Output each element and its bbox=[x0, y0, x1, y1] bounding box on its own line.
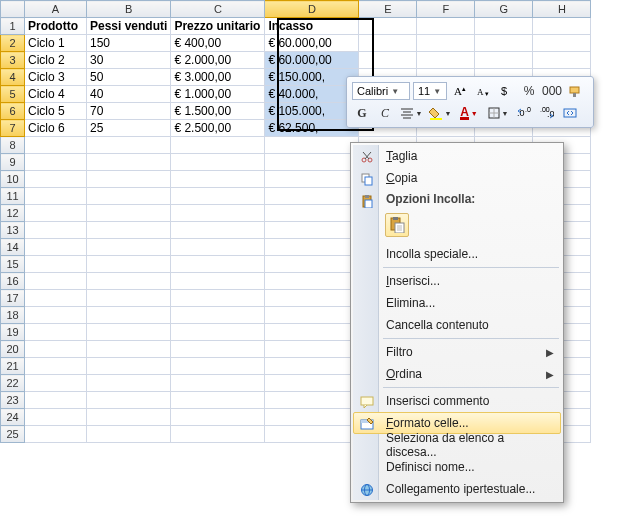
row-header[interactable]: 18 bbox=[1, 307, 25, 324]
increase-decimal-button[interactable]: .0.00 bbox=[514, 103, 534, 123]
cell-D8[interactable] bbox=[265, 137, 359, 154]
row-header[interactable]: 12 bbox=[1, 205, 25, 222]
col-header-E[interactable]: E bbox=[359, 1, 417, 18]
cell-B21[interactable] bbox=[87, 358, 171, 375]
cell-D5[interactable]: € 40.000, bbox=[265, 86, 359, 103]
cell-B5[interactable]: 40 bbox=[87, 86, 171, 103]
cell-C19[interactable] bbox=[171, 324, 265, 341]
cell-C4[interactable]: € 3.000,00 bbox=[171, 69, 265, 86]
cell-B17[interactable] bbox=[87, 290, 171, 307]
cell-B6[interactable]: 70 bbox=[87, 103, 171, 120]
cell-B2[interactable]: 150 bbox=[87, 35, 171, 52]
cell-D4[interactable]: € 150.000, bbox=[265, 69, 359, 86]
cell-B23[interactable] bbox=[87, 392, 171, 409]
cell-C7[interactable]: € 2.500,00 bbox=[171, 120, 265, 137]
cell-A16[interactable] bbox=[25, 273, 87, 290]
cell-C15[interactable] bbox=[171, 256, 265, 273]
cell-B10[interactable] bbox=[87, 171, 171, 188]
cell-D21[interactable] bbox=[265, 358, 359, 375]
font-color-button[interactable]: A▼ bbox=[456, 103, 482, 123]
cell-D10[interactable] bbox=[265, 171, 359, 188]
cell-A11[interactable] bbox=[25, 188, 87, 205]
cell-C18[interactable] bbox=[171, 307, 265, 324]
select-all-corner[interactable] bbox=[1, 1, 25, 18]
cell-A13[interactable] bbox=[25, 222, 87, 239]
ctx-cut[interactable]: Taglia bbox=[353, 145, 561, 167]
ctx-filter[interactable]: Filtro ▶ bbox=[353, 341, 561, 363]
cell-A10[interactable] bbox=[25, 171, 87, 188]
row-header[interactable]: 19 bbox=[1, 324, 25, 341]
col-header-C[interactable]: C bbox=[171, 1, 265, 18]
cell-A22[interactable] bbox=[25, 375, 87, 392]
cell-B22[interactable] bbox=[87, 375, 171, 392]
cell-H3[interactable] bbox=[533, 52, 591, 69]
cell-C24[interactable] bbox=[171, 409, 265, 426]
shrink-font-button[interactable]: A▾ bbox=[473, 81, 493, 101]
col-header-G[interactable]: G bbox=[475, 1, 533, 18]
cell-G1[interactable] bbox=[475, 18, 533, 35]
row-header[interactable]: 6 bbox=[1, 103, 25, 120]
cell-D19[interactable] bbox=[265, 324, 359, 341]
row-header[interactable]: 24 bbox=[1, 409, 25, 426]
ctx-hyperlink[interactable]: Collegamento ipertestuale... bbox=[353, 478, 561, 500]
cell-B9[interactable] bbox=[87, 154, 171, 171]
cell-A23[interactable] bbox=[25, 392, 87, 409]
cell-G3[interactable] bbox=[475, 52, 533, 69]
row-header[interactable]: 16 bbox=[1, 273, 25, 290]
font-size-select[interactable]: 11▼ bbox=[413, 82, 447, 100]
cell-H1[interactable] bbox=[533, 18, 591, 35]
align-center-button[interactable]: ▼ bbox=[398, 103, 424, 123]
row-header[interactable]: 20 bbox=[1, 341, 25, 358]
cell-D16[interactable] bbox=[265, 273, 359, 290]
cell-B12[interactable] bbox=[87, 205, 171, 222]
row-header[interactable]: 4 bbox=[1, 69, 25, 86]
row-header[interactable]: 14 bbox=[1, 239, 25, 256]
cell-D1[interactable]: Incasso bbox=[265, 18, 359, 35]
cell-A24[interactable] bbox=[25, 409, 87, 426]
cell-D3[interactable]: € 60.000,00 bbox=[265, 52, 359, 69]
ctx-sort[interactable]: Ordina ▶ bbox=[353, 363, 561, 385]
cell-A15[interactable] bbox=[25, 256, 87, 273]
cell-A3[interactable]: Ciclo 2 bbox=[25, 52, 87, 69]
ctx-pick-from-list[interactable]: Seleziona da elenco a discesa... bbox=[353, 434, 561, 456]
row-header[interactable]: 10 bbox=[1, 171, 25, 188]
cell-D22[interactable] bbox=[265, 375, 359, 392]
paste-default-button[interactable] bbox=[385, 213, 409, 237]
cell-B4[interactable]: 50 bbox=[87, 69, 171, 86]
row-header[interactable]: 9 bbox=[1, 154, 25, 171]
cell-D14[interactable] bbox=[265, 239, 359, 256]
cell-C14[interactable] bbox=[171, 239, 265, 256]
col-header-F[interactable]: F bbox=[417, 1, 475, 18]
row-header[interactable]: 5 bbox=[1, 86, 25, 103]
cell-E1[interactable] bbox=[359, 18, 417, 35]
cell-D20[interactable] bbox=[265, 341, 359, 358]
cell-C23[interactable] bbox=[171, 392, 265, 409]
grow-font-button[interactable]: A▴ bbox=[450, 81, 470, 101]
cell-D25[interactable] bbox=[265, 426, 359, 443]
cell-F1[interactable] bbox=[417, 18, 475, 35]
cell-C6[interactable]: € 1.500,00 bbox=[171, 103, 265, 120]
row-header[interactable]: 7 bbox=[1, 120, 25, 137]
cell-A2[interactable]: Ciclo 1 bbox=[25, 35, 87, 52]
cell-A20[interactable] bbox=[25, 341, 87, 358]
cell-D11[interactable] bbox=[265, 188, 359, 205]
ctx-insert-comment[interactable]: Inserisci commento bbox=[353, 390, 561, 412]
cell-D6[interactable]: € 105.000, bbox=[265, 103, 359, 120]
cell-C8[interactable] bbox=[171, 137, 265, 154]
comma-format-button[interactable]: 000 bbox=[542, 81, 562, 101]
row-header[interactable]: 11 bbox=[1, 188, 25, 205]
cell-B25[interactable] bbox=[87, 426, 171, 443]
cell-B18[interactable] bbox=[87, 307, 171, 324]
italic-button[interactable]: C bbox=[375, 103, 395, 123]
cell-C25[interactable] bbox=[171, 426, 265, 443]
cell-C20[interactable] bbox=[171, 341, 265, 358]
ctx-delete[interactable]: Elimina... bbox=[353, 292, 561, 314]
cell-C13[interactable] bbox=[171, 222, 265, 239]
decrease-decimal-button[interactable]: .00.0 bbox=[537, 103, 557, 123]
cell-E3[interactable] bbox=[359, 52, 417, 69]
cell-H2[interactable] bbox=[533, 35, 591, 52]
cell-C12[interactable] bbox=[171, 205, 265, 222]
cell-B20[interactable] bbox=[87, 341, 171, 358]
row-header[interactable]: 1 bbox=[1, 18, 25, 35]
cell-D12[interactable] bbox=[265, 205, 359, 222]
